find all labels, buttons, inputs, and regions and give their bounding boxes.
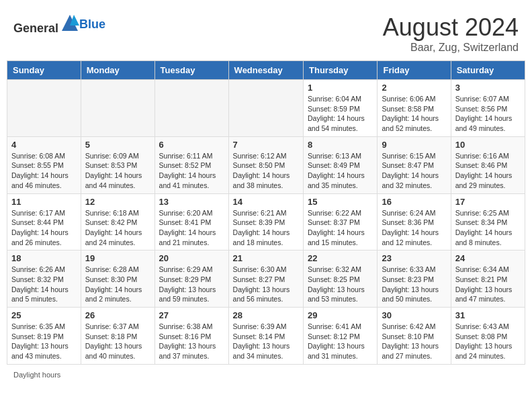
day-number: 13 <box>159 197 224 207</box>
calendar-cell: 5Sunrise: 6:09 AMSunset: 8:53 PMDaylight… <box>81 136 154 193</box>
day-number: 18 <box>11 253 77 263</box>
calendar-cell: 21Sunrise: 6:30 AMSunset: 8:27 PMDayligh… <box>228 250 303 308</box>
day-info: Sunrise: 6:28 AMSunset: 8:30 PMDaylight:… <box>85 265 150 304</box>
day-info: Sunrise: 6:07 AMSunset: 8:56 PMDaylight:… <box>455 94 521 134</box>
day-number: 19 <box>85 253 150 263</box>
day-number: 29 <box>308 310 373 320</box>
calendar-cell: 12Sunrise: 6:18 AMSunset: 8:42 PMDayligh… <box>81 193 154 250</box>
calendar-cell: 2Sunrise: 6:06 AMSunset: 8:58 PMDaylight… <box>378 80 451 137</box>
location-title: Baar, Zug, Switzerland <box>383 42 519 54</box>
day-number: 16 <box>382 197 446 207</box>
day-number: 8 <box>308 140 373 150</box>
calendar-cell: 3Sunrise: 6:07 AMSunset: 8:56 PMDaylight… <box>451 80 525 137</box>
day-info: Sunrise: 6:06 AMSunset: 8:58 PMDaylight:… <box>382 94 446 134</box>
calendar-cell: 14Sunrise: 6:21 AMSunset: 8:39 PMDayligh… <box>228 193 303 250</box>
day-number: 12 <box>85 197 150 207</box>
calendar-cell: 9Sunrise: 6:15 AMSunset: 8:47 PMDaylight… <box>378 136 451 193</box>
day-number: 20 <box>159 253 224 263</box>
day-number: 15 <box>308 197 373 207</box>
day-info: Sunrise: 6:30 AMSunset: 8:27 PMDaylight:… <box>233 265 299 304</box>
day-number: 1 <box>308 83 373 93</box>
day-number: 14 <box>233 197 299 207</box>
calendar-cell: 28Sunrise: 6:39 AMSunset: 8:14 PMDayligh… <box>228 308 303 365</box>
calendar-cell: 7Sunrise: 6:12 AMSunset: 8:50 PMDaylight… <box>228 136 303 193</box>
col-thursday: Thursday <box>304 61 378 80</box>
day-number: 2 <box>382 83 446 93</box>
calendar-cell: 15Sunrise: 6:22 AMSunset: 8:37 PMDayligh… <box>304 193 378 250</box>
day-info: Sunrise: 6:29 AMSunset: 8:29 PMDaylight:… <box>159 265 224 304</box>
logo-blue: Blue <box>79 17 105 31</box>
logo: General Blue <box>13 13 105 36</box>
footer-note: Daylight hours <box>7 368 525 381</box>
day-info: Sunrise: 6:24 AMSunset: 8:36 PMDaylight:… <box>382 208 446 248</box>
day-info: Sunrise: 6:43 AMSunset: 8:08 PMDaylight:… <box>455 322 521 361</box>
day-number: 30 <box>382 310 446 320</box>
day-info: Sunrise: 6:26 AMSunset: 8:32 PMDaylight:… <box>11 265 77 304</box>
day-number: 5 <box>85 140 150 150</box>
day-info: Sunrise: 6:34 AMSunset: 8:21 PMDaylight:… <box>455 265 521 304</box>
col-friday: Friday <box>378 61 451 80</box>
day-number: 4 <box>11 140 77 150</box>
calendar-cell: 17Sunrise: 6:25 AMSunset: 8:34 PMDayligh… <box>451 193 525 250</box>
day-number: 25 <box>11 310 77 320</box>
calendar-cell: 30Sunrise: 6:42 AMSunset: 8:10 PMDayligh… <box>378 308 451 365</box>
day-info: Sunrise: 6:12 AMSunset: 8:50 PMDaylight:… <box>233 151 299 191</box>
calendar-table: Sunday Monday Tuesday Wednesday Thursday… <box>7 60 525 365</box>
calendar-week-row-2: 4Sunrise: 6:08 AMSunset: 8:55 PMDaylight… <box>7 136 525 193</box>
calendar-cell: 1Sunrise: 6:04 AMSunset: 8:59 PMDaylight… <box>304 80 378 137</box>
col-tuesday: Tuesday <box>154 61 228 80</box>
calendar-week-row-4: 18Sunrise: 6:26 AMSunset: 8:32 PMDayligh… <box>7 250 525 308</box>
col-saturday: Saturday <box>451 61 525 80</box>
day-info: Sunrise: 6:21 AMSunset: 8:39 PMDaylight:… <box>233 208 299 248</box>
calendar-cell <box>154 80 228 137</box>
day-info: Sunrise: 6:22 AMSunset: 8:37 PMDaylight:… <box>308 208 373 248</box>
calendar-cell: 16Sunrise: 6:24 AMSunset: 8:36 PMDayligh… <box>378 193 451 250</box>
day-number: 7 <box>233 140 299 150</box>
calendar-cell: 31Sunrise: 6:43 AMSunset: 8:08 PMDayligh… <box>451 308 525 365</box>
day-info: Sunrise: 6:16 AMSunset: 8:46 PMDaylight:… <box>455 151 521 191</box>
col-sunday: Sunday <box>7 61 81 80</box>
logo-general: General <box>13 21 58 35</box>
calendar-cell: 13Sunrise: 6:20 AMSunset: 8:41 PMDayligh… <box>154 193 228 250</box>
day-number: 31 <box>455 310 521 320</box>
calendar-cell: 25Sunrise: 6:35 AMSunset: 8:19 PMDayligh… <box>7 308 81 365</box>
day-number: 26 <box>85 310 150 320</box>
day-info: Sunrise: 6:08 AMSunset: 8:55 PMDaylight:… <box>11 151 77 191</box>
day-info: Sunrise: 6:11 AMSunset: 8:52 PMDaylight:… <box>159 151 224 191</box>
day-number: 23 <box>382 253 446 263</box>
day-info: Sunrise: 6:38 AMSunset: 8:16 PMDaylight:… <box>159 322 224 361</box>
day-info: Sunrise: 6:04 AMSunset: 8:59 PMDaylight:… <box>308 94 373 134</box>
calendar-cell: 20Sunrise: 6:29 AMSunset: 8:29 PMDayligh… <box>154 250 228 308</box>
calendar-cell: 24Sunrise: 6:34 AMSunset: 8:21 PMDayligh… <box>451 250 525 308</box>
calendar-cell: 19Sunrise: 6:28 AMSunset: 8:30 PMDayligh… <box>81 250 154 308</box>
day-info: Sunrise: 6:15 AMSunset: 8:47 PMDaylight:… <box>382 151 446 191</box>
calendar-week-row-1: 1Sunrise: 6:04 AMSunset: 8:59 PMDaylight… <box>7 80 525 137</box>
day-info: Sunrise: 6:39 AMSunset: 8:14 PMDaylight:… <box>233 322 299 361</box>
col-wednesday: Wednesday <box>228 61 303 80</box>
day-info: Sunrise: 6:13 AMSunset: 8:49 PMDaylight:… <box>308 151 373 191</box>
calendar-cell: 29Sunrise: 6:41 AMSunset: 8:12 PMDayligh… <box>304 308 378 365</box>
day-number: 17 <box>455 197 521 207</box>
calendar-cell: 6Sunrise: 6:11 AMSunset: 8:52 PMDaylight… <box>154 136 228 193</box>
calendar-cell: 18Sunrise: 6:26 AMSunset: 8:32 PMDayligh… <box>7 250 81 308</box>
day-number: 28 <box>233 310 299 320</box>
col-monday: Monday <box>81 61 154 80</box>
calendar-week-row-3: 11Sunrise: 6:17 AMSunset: 8:44 PMDayligh… <box>7 193 525 250</box>
day-number: 6 <box>159 140 224 150</box>
calendar-cell: 10Sunrise: 6:16 AMSunset: 8:46 PMDayligh… <box>451 136 525 193</box>
calendar-week-row-5: 25Sunrise: 6:35 AMSunset: 8:19 PMDayligh… <box>7 308 525 365</box>
day-info: Sunrise: 6:32 AMSunset: 8:25 PMDaylight:… <box>308 265 373 304</box>
day-info: Sunrise: 6:18 AMSunset: 8:42 PMDaylight:… <box>85 208 150 248</box>
calendar-cell: 23Sunrise: 6:33 AMSunset: 8:23 PMDayligh… <box>378 250 451 308</box>
day-info: Sunrise: 6:35 AMSunset: 8:19 PMDaylight:… <box>11 322 77 361</box>
day-number: 24 <box>455 253 521 263</box>
day-number: 10 <box>455 140 521 150</box>
calendar-header-row: Sunday Monday Tuesday Wednesday Thursday… <box>7 61 525 80</box>
day-info: Sunrise: 6:25 AMSunset: 8:34 PMDaylight:… <box>455 208 521 248</box>
day-info: Sunrise: 6:33 AMSunset: 8:23 PMDaylight:… <box>382 265 446 304</box>
day-number: 22 <box>308 253 373 263</box>
day-number: 11 <box>11 197 77 207</box>
day-info: Sunrise: 6:09 AMSunset: 8:53 PMDaylight:… <box>85 151 150 191</box>
header: General Blue August 2024 Baar, Zug, Swit… <box>7 7 525 57</box>
calendar-cell: 8Sunrise: 6:13 AMSunset: 8:49 PMDaylight… <box>304 136 378 193</box>
